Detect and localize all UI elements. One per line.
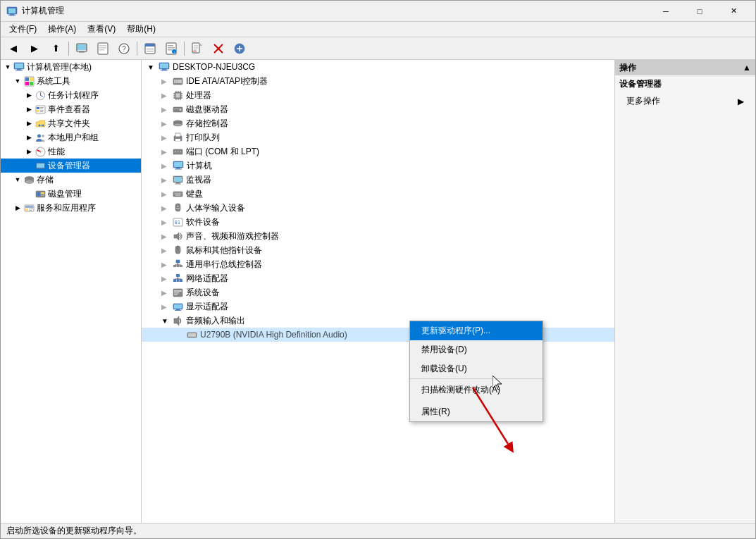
device-hid-label: 人体学输入设备 — [186, 202, 245, 214]
sidebar-item-storage[interactable]: ▼ 存储 — [1, 173, 141, 187]
shared-expand[interactable]: ▶ — [23, 118, 35, 129]
sidebar-item-services[interactable]: ▶ 服务和应用程序 — [1, 201, 141, 215]
svg-rect-107 — [175, 139, 180, 141]
show-tree-button[interactable] — [140, 39, 160, 58]
right-panel-more-actions[interactable]: 更多操作 ▶ — [615, 93, 755, 109]
device-hid[interactable]: ▶ 人体学输入设备 — [142, 201, 614, 215]
show-hide-button[interactable] — [72, 39, 92, 58]
maximize-button[interactable]: □ — [683, 1, 716, 22]
sidebar-item-event-viewer[interactable]: ▶ 事件查看器 — [1, 102, 141, 116]
sidebar-item-local-users[interactable]: ▶ 本地用户和组 — [1, 130, 141, 144]
toolbar-separator-3 — [184, 42, 185, 56]
svg-rect-5 — [78, 44, 86, 50]
close-button[interactable]: ✕ — [717, 1, 750, 22]
root-expand-icon[interactable]: ▼ — [2, 61, 13, 73]
svg-rect-121 — [173, 192, 182, 197]
task-label: 任务计划程序 — [48, 89, 99, 101]
device-print[interactable]: ▶ 打印队列 — [142, 130, 614, 144]
device-sound[interactable]: ▶ 声音、视频和游戏控制器 — [142, 229, 614, 243]
device-tree-scroll[interactable]: ▼ DESKTOP-NJEU3CG ▶ — [142, 60, 614, 523]
event-expand[interactable]: ▶ — [23, 104, 35, 115]
back-button[interactable]: ◀ — [4, 39, 23, 58]
svg-rect-115 — [176, 168, 180, 169]
menu-action[interactable]: 操作(A) — [42, 22, 82, 37]
device-computer[interactable]: ▶ 计算机 — [142, 159, 614, 173]
storage-expand[interactable]: ▼ — [12, 174, 23, 185]
right-panel-arrow-up[interactable]: ▲ — [743, 63, 751, 73]
forward-button[interactable]: ▶ — [25, 39, 44, 58]
new-button[interactable] — [187, 39, 207, 58]
menu-help[interactable]: 帮助(H) — [121, 22, 161, 37]
ctx-update-driver[interactable]: 更新驱动程序(P)... — [410, 321, 543, 340]
device-processor-label: 处理器 — [186, 89, 211, 101]
ctx-uninstall-device[interactable]: 卸载设备(U) — [410, 359, 543, 379]
ctx-scan[interactable]: 扫描检测硬件改动(A) — [410, 380, 543, 399]
device-monitor[interactable]: ▶ 监视器 — [142, 173, 614, 187]
more-button[interactable] — [230, 39, 249, 58]
device-disk[interactable]: ▶ 磁盘驱动器 — [142, 102, 614, 116]
svg-point-100 — [180, 109, 182, 111]
sidebar-item-performance[interactable]: ▶ 性能 — [1, 144, 141, 159]
device-ide[interactable]: ▶ IDE ATA/ATAPI控制器 — [142, 74, 614, 88]
right-panel-section1[interactable]: 设备管理器 — [615, 75, 755, 93]
help-button[interactable]: ? — [114, 39, 134, 58]
svg-point-56 — [37, 134, 41, 137]
device-keyboard[interactable]: ▶ 键盘 — [142, 187, 614, 201]
device-software[interactable]: ▶ 01 软件设备 — [142, 215, 614, 229]
ctx-properties[interactable]: 属性(R) — [410, 402, 543, 421]
device-network[interactable]: ▶ 网络适配器 — [142, 271, 614, 285]
device-system-dev-label: 系统设备 — [186, 287, 220, 299]
sidebar-item-disk-management[interactable]: ▶ 磁盘管理 — [1, 187, 141, 201]
services-expand[interactable]: ▶ — [12, 202, 23, 213]
device-display[interactable]: ▶ 显示适配器 — [142, 299, 614, 314]
svg-rect-146 — [180, 279, 182, 282]
task-expand[interactable]: ▶ — [23, 89, 35, 101]
sidebar-item-shared-folders[interactable]: ▶ 共享文件夹 — [1, 116, 141, 130]
device-audio-io[interactable]: ▼ 音频输入和输出 — [142, 314, 614, 328]
menu-view[interactable]: 查看(V) — [82, 22, 121, 37]
svg-rect-126 — [175, 194, 181, 196]
device-port-label: 端口 (COM 和 LPT) — [186, 146, 259, 158]
minimize-button[interactable]: ─ — [650, 1, 682, 22]
device-audio-io-label: 音频输入和输出 — [186, 315, 245, 327]
svg-rect-78 — [160, 63, 168, 68]
device-port[interactable]: ▶ 端口 (COM 和 LPT) — [142, 144, 614, 159]
svg-rect-69 — [37, 192, 40, 196]
title-bar-controls: ─ □ ✕ — [650, 1, 750, 22]
device-storage-ctrl-label: 存储控制器 — [186, 118, 228, 130]
svg-rect-145 — [177, 279, 180, 282]
device-serial[interactable]: ▶ 通用串行总线控制器 — [142, 257, 614, 271]
menu-file[interactable]: 文件(F) — [4, 22, 42, 37]
event-log-button[interactable] — [93, 39, 113, 58]
svg-rect-46 — [36, 106, 45, 113]
computer-icon — [13, 61, 25, 73]
svg-rect-148 — [174, 290, 182, 292]
device-storage-ctrl[interactable]: ▶ 存储控制器 — [142, 116, 614, 130]
ctx-disable-device[interactable]: 禁用设备(D) — [410, 340, 543, 359]
properties-button[interactable]: i — [161, 39, 181, 58]
sidebar-root[interactable]: ▼ 计算机管理(本地) — [1, 60, 141, 74]
svg-text:01: 01 — [175, 220, 180, 225]
sidebar-item-system-tools[interactable]: ▼ 系统工具 — [1, 74, 141, 88]
device-monitor-label: 监视器 — [186, 174, 211, 186]
device-system-dev[interactable]: ▶ 系统设备 — [142, 285, 614, 299]
svg-rect-51 — [40, 110, 44, 111]
perf-expand[interactable]: ▶ — [23, 146, 35, 157]
sidebar-item-task-scheduler[interactable]: ▶ 任务计划程序 — [1, 88, 141, 102]
device-audio-child[interactable]: U2790B (NVIDIA High Definition Audio) — [142, 328, 614, 342]
up-button[interactable]: ⬆ — [46, 39, 66, 58]
device-processor[interactable]: ▶ — [142, 88, 614, 102]
svg-rect-138 — [173, 265, 176, 267]
svg-rect-50 — [37, 110, 39, 112]
title-bar-icon — [6, 6, 18, 17]
toolbar-separator-2 — [137, 42, 137, 56]
device-tree-root[interactable]: ▼ DESKTOP-NJEU3CG — [142, 60, 614, 74]
localusers-expand[interactable]: ▶ — [23, 132, 35, 143]
svg-rect-80 — [161, 70, 168, 71]
more-actions-label: 更多操作 — [626, 95, 660, 107]
right-panel-header: 操作 ▲ — [615, 60, 755, 75]
system-tools-expand[interactable]: ▼ — [12, 75, 23, 87]
device-mouse[interactable]: ▶ 鼠标和其他指针设备 — [142, 243, 614, 257]
delete-button[interactable] — [209, 39, 228, 58]
sidebar-item-device-manager[interactable]: ▶ 设备管理器 — [1, 159, 141, 173]
